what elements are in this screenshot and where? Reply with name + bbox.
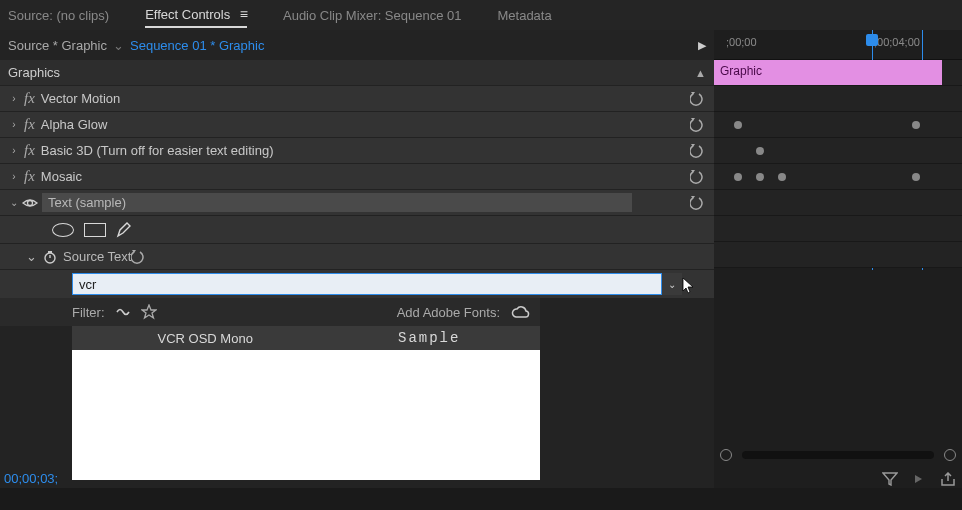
font-filter-row: Filter: Add Adobe Fonts:	[0, 298, 540, 326]
keyframe-icon[interactable]	[734, 121, 742, 129]
zoom-out-handle[interactable]	[720, 449, 732, 461]
rectangle-mask-icon[interactable]	[84, 223, 106, 237]
expand-icon[interactable]: ›	[8, 119, 20, 130]
expand-icon[interactable]: ›	[8, 93, 20, 104]
property-track[interactable]	[714, 190, 962, 216]
mask-shape-row	[0, 216, 714, 244]
panel-menu-icon[interactable]: ≡	[240, 6, 247, 22]
visibility-icon[interactable]	[22, 197, 38, 209]
panel-tabs: Source: (no clips) Effect Controls ≡ Aud…	[0, 0, 962, 30]
collapse-icon[interactable]: ▲	[695, 67, 706, 79]
keyframe-icon[interactable]	[912, 121, 920, 129]
keyframe-icon[interactable]	[756, 173, 764, 181]
expand-icon[interactable]: ›	[8, 145, 20, 156]
font-option-row[interactable]: VCR OSD Mono Sample	[72, 326, 540, 350]
sequence-link[interactable]: Sequence 01 * Graphic	[130, 38, 264, 53]
tab-audio-mixer[interactable]: Audio Clip Mixer: Sequence 01	[283, 4, 462, 27]
ruler-tick: ;00;04;00	[874, 36, 920, 48]
time-ruler[interactable]: ;00;00 ;00;04;00	[714, 30, 962, 60]
play-audio-icon[interactable]	[912, 472, 926, 486]
keyframe-icon[interactable]	[756, 147, 764, 155]
fx-icon[interactable]: fx	[24, 117, 35, 132]
fx-icon[interactable]: fx	[24, 91, 35, 106]
font-family-row: ⌄	[0, 270, 714, 298]
source-text-row[interactable]: ⌄ Source Text	[0, 244, 714, 270]
font-family-input[interactable]	[72, 273, 662, 295]
ruler-tick: ;00;00	[726, 36, 757, 48]
clip-bar[interactable]: Graphic	[714, 60, 942, 85]
tab-source[interactable]: Source: (no clips)	[8, 4, 109, 27]
chevron-down-icon[interactable]: ⌄	[113, 38, 124, 53]
text-layer-row[interactable]: ⌄ Text (sample)	[0, 190, 714, 216]
timeline-footer-icons	[882, 472, 956, 486]
keyframe-icon[interactable]	[734, 173, 742, 181]
svg-rect-2	[48, 251, 52, 253]
go-to-playhead-icon[interactable]: ▶	[698, 39, 706, 52]
source-sequence-row: Source * Graphic ⌄ Sequence 01 * Graphic…	[0, 30, 714, 60]
stopwatch-icon[interactable]	[43, 250, 57, 264]
svg-point-0	[28, 200, 33, 205]
clip-track: Graphic	[714, 60, 962, 86]
property-track[interactable]	[714, 242, 962, 268]
reset-icon[interactable]	[131, 250, 147, 264]
current-timecode[interactable]: 00;00;03;	[4, 471, 58, 486]
font-option-sample: Sample	[328, 330, 530, 346]
effect-label: Alpha Glow	[41, 117, 706, 132]
collapse-icon[interactable]: ⌄	[8, 197, 20, 208]
source-text-label: Source Text	[63, 249, 131, 264]
text-layer-label: Text (sample)	[42, 193, 632, 212]
graphics-heading: Graphics ▲	[0, 60, 714, 86]
reset-icon[interactable]	[690, 196, 706, 210]
timeline-scrollbar[interactable]	[714, 446, 962, 464]
similar-fonts-icon[interactable]	[115, 305, 131, 319]
reset-icon[interactable]	[690, 144, 706, 158]
add-adobe-fonts-label: Add Adobe Fonts:	[397, 305, 500, 320]
effect-row-basic-3d[interactable]: › fx Basic 3D (Turn off for easier text …	[0, 138, 714, 164]
font-option-name: VCR OSD Mono	[82, 331, 328, 346]
effect-controls-panel: Source * Graphic ⌄ Sequence 01 * Graphic…	[0, 30, 714, 488]
reset-icon[interactable]	[690, 92, 706, 106]
keyframe-icon[interactable]	[778, 173, 786, 181]
tab-effect-controls[interactable]: Effect Controls ≡	[145, 2, 247, 28]
ellipse-mask-icon[interactable]	[52, 223, 74, 237]
font-dropdown-icon[interactable]: ⌄	[662, 273, 682, 295]
graphics-heading-label: Graphics	[8, 65, 60, 80]
pen-mask-icon[interactable]	[116, 222, 132, 238]
property-track[interactable]	[714, 164, 962, 190]
tab-metadata[interactable]: Metadata	[497, 4, 551, 27]
favorite-icon[interactable]	[141, 304, 157, 320]
effect-label: Mosaic	[41, 169, 706, 184]
property-track[interactable]	[714, 112, 962, 138]
filter-effects-icon[interactable]	[882, 472, 898, 486]
mouse-cursor-icon	[682, 277, 696, 295]
fx-icon[interactable]: fx	[24, 169, 35, 184]
effect-row-mosaic[interactable]: › fx Mosaic	[0, 164, 714, 190]
tab-effect-controls-label: Effect Controls	[145, 7, 230, 22]
collapse-icon[interactable]: ⌄	[26, 249, 37, 264]
filter-label: Filter:	[72, 305, 105, 320]
font-preview-area	[72, 350, 540, 480]
property-track[interactable]	[714, 138, 962, 164]
keyframe-icon[interactable]	[912, 173, 920, 181]
scroll-track[interactable]	[742, 451, 934, 459]
property-track[interactable]	[714, 216, 962, 242]
effect-timeline: ;00;00 ;00;04;00 Graphic	[714, 30, 962, 488]
effect-label: Vector Motion	[41, 91, 706, 106]
creative-cloud-icon[interactable]	[510, 305, 530, 319]
fx-icon[interactable]: fx	[24, 143, 35, 158]
reset-icon[interactable]	[690, 170, 706, 184]
property-track[interactable]	[714, 86, 962, 112]
effect-row-alpha-glow[interactable]: › fx Alpha Glow	[0, 112, 714, 138]
expand-icon[interactable]: ›	[8, 171, 20, 182]
effect-label: Basic 3D (Turn off for easier text editi…	[41, 143, 706, 158]
clip-label: Graphic	[720, 64, 762, 78]
source-label: Source * Graphic	[8, 38, 107, 53]
reset-icon[interactable]	[690, 118, 706, 132]
effect-row-vector-motion[interactable]: › fx Vector Motion	[0, 86, 714, 112]
zoom-in-handle[interactable]	[944, 449, 956, 461]
export-icon[interactable]	[940, 472, 956, 486]
